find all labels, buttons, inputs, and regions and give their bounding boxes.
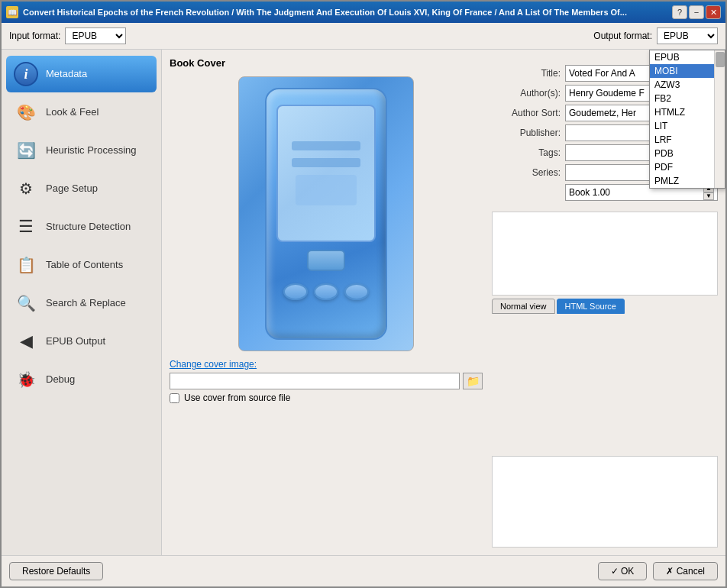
book-cover-title: Book Cover <box>170 57 483 69</box>
debug-icon: 🐞 <box>14 367 38 392</box>
lookandfeel-icon: 🎨 <box>14 100 38 124</box>
minimize-button[interactable]: − <box>689 5 704 19</box>
sidebar-item-metadata-label: Metadata <box>46 68 87 80</box>
publisher-label: Publisher: <box>492 128 561 138</box>
help-button[interactable]: ? <box>672 5 687 19</box>
sidebar-item-page-setup[interactable]: ⚙ Page Setup <box>6 170 157 207</box>
restore-defaults-button[interactable]: Restore Defaults <box>9 562 103 580</box>
dropdown-scrollbar[interactable] <box>714 50 725 188</box>
sidebar-item-metadata[interactable]: i Metadata <box>6 56 157 92</box>
pda-nav <box>307 250 345 271</box>
epub-icon: ◀ <box>14 329 38 354</box>
cover-checkbox-row: Use cover from source file <box>170 393 483 403</box>
sidebar-item-pagesetup-label: Page Setup <box>46 183 98 195</box>
heuristic-icon: 🔄 <box>14 138 38 163</box>
tags-label: Tags: <box>492 147 561 158</box>
structure-icon: ☰ <box>14 215 38 239</box>
series-number-value: Book 1.00 <box>569 187 610 198</box>
sidebar: i Metadata 🎨 Look & Feel 🔄 Heuristic Pro… <box>2 50 162 555</box>
info-icon: i <box>14 62 38 86</box>
pda-screen <box>276 105 376 242</box>
cover-path-input[interactable] <box>170 373 460 389</box>
sidebar-item-epub-label: EPUB Output <box>46 335 105 347</box>
sidebar-item-search-label: Search & Replace <box>46 297 126 309</box>
pda-btn-3 <box>344 283 369 300</box>
sidebar-item-debug-label: Debug <box>46 373 75 386</box>
book-cover-image <box>238 76 414 351</box>
input-format-label: Input format: <box>9 31 60 41</box>
cancel-button[interactable]: ✗ Cancel <box>653 562 718 580</box>
input-format-select[interactable]: EPUB <box>65 27 126 44</box>
authors-field-label: Author(s): <box>492 88 561 99</box>
pda-box <box>296 175 357 205</box>
html-source-area <box>492 456 718 548</box>
sidebar-item-heuristic[interactable]: 🔄 Heuristic Processing <box>6 132 157 169</box>
book-cover-panel: Book Cover <box>170 57 483 548</box>
sidebar-item-epub-output[interactable]: ◀ EPUB Output <box>6 323 157 360</box>
series-label: Series: <box>492 167 561 178</box>
sidebar-item-toc-label: Table of Contents <box>46 259 123 271</box>
search-icon: 🔍 <box>14 291 38 315</box>
format-bar: Input format: EPUB Output format: EPUB <box>2 23 725 50</box>
main-window: 📖 Convert Historical Epochs of the Frenc… <box>0 0 727 588</box>
output-format-label: Output format: <box>593 31 652 41</box>
change-cover-area: Change cover image: 📁 Use cover from sou… <box>170 359 483 403</box>
output-format-dropdown: EPUB MOBI AZW3 FB2 HTMLZ LIT LRF PDB PDF… <box>649 50 725 189</box>
change-cover-link[interactable]: Change cover image: <box>170 359 483 370</box>
meta-panel: EPUB MOBI AZW3 FB2 HTMLZ LIT LRF PDB PDF… <box>492 57 718 548</box>
preview-area <box>492 212 718 296</box>
sidebar-item-look-feel[interactable]: 🎨 Look & Feel <box>6 94 157 131</box>
author-sort-label: Author Sort: <box>492 108 561 118</box>
footer: Restore Defaults ✓ OK ✗ Cancel <box>2 555 725 586</box>
use-source-cover-checkbox[interactable] <box>170 393 179 403</box>
use-source-cover-label: Use cover from source file <box>184 393 290 403</box>
cover-input-row: 📁 <box>170 373 483 389</box>
title-bar: 📖 Convert Historical Epochs of the Frenc… <box>2 2 725 23</box>
series-number-down[interactable]: ▼ <box>703 192 714 200</box>
main-content: i Metadata 🎨 Look & Feel 🔄 Heuristic Pro… <box>2 50 725 555</box>
sidebar-item-structure-label: Structure Detection <box>46 221 131 233</box>
pda-btn-1 <box>283 283 308 300</box>
cover-browse-button[interactable]: 📁 <box>463 373 483 389</box>
sidebar-item-search[interactable]: 🔍 Search & Replace <box>6 285 157 321</box>
html-source-tab[interactable]: HTML Source <box>557 299 625 314</box>
sidebar-item-toc[interactable]: 📋 Table of Contents <box>6 247 157 283</box>
right-panel: Book Cover <box>162 50 725 555</box>
title-field-label: Title: <box>492 68 561 79</box>
close-button[interactable]: ✕ <box>706 5 721 19</box>
sidebar-item-lookandfeel-label: Look & Feel <box>46 106 99 118</box>
normal-view-tab[interactable]: Normal view <box>492 299 555 314</box>
window-title: Convert Historical Epochs of the French … <box>23 8 627 17</box>
pda-btn-2 <box>314 283 338 300</box>
preview-tabs: Normal view HTML Source <box>492 299 718 314</box>
scrollbar-thumb <box>716 52 725 67</box>
sidebar-item-structure[interactable]: ☰ Structure Detection <box>6 208 157 245</box>
pda-device <box>265 88 387 340</box>
sidebar-item-debug[interactable]: 🐞 Debug <box>6 361 157 398</box>
toc-icon: 📋 <box>14 253 38 277</box>
ok-button[interactable]: ✓ OK <box>598 562 648 580</box>
pda-buttons <box>283 283 369 300</box>
pda-bar-1 <box>292 141 360 150</box>
pda-bar-2 <box>292 158 360 167</box>
sidebar-item-heuristic-label: Heuristic Processing <box>46 144 137 157</box>
top-section: Book Cover <box>170 57 718 548</box>
window-icon: 📖 <box>6 6 18 18</box>
output-format-select[interactable]: EPUB <box>657 27 718 44</box>
pagesetup-icon: ⚙ <box>14 176 38 201</box>
